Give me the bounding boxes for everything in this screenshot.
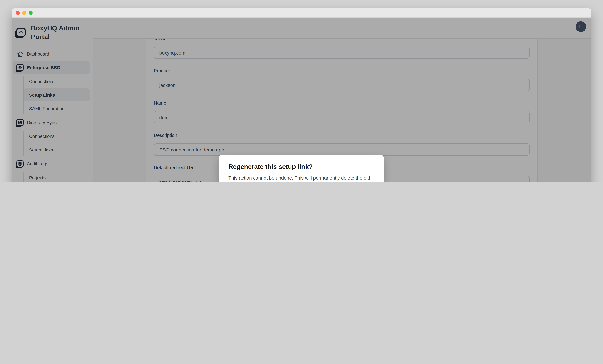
regenerate-confirm-dialog: Regenerate this setup link? This action … [219,155,384,182]
dialog-title: Regenerate this setup link? [228,163,375,171]
close-window-button[interactable] [16,11,20,15]
zoom-window-button[interactable] [29,11,33,15]
app-window: BoxyHQ Admin Portal Dashboard [12,8,591,182]
dialog-body-text: This action cannot be undone. This will … [228,175,375,182]
minimize-window-button[interactable] [22,11,26,15]
window-titlebar [12,8,591,18]
desktop: BoxyHQ Admin Portal Dashboard [0,0,603,182]
